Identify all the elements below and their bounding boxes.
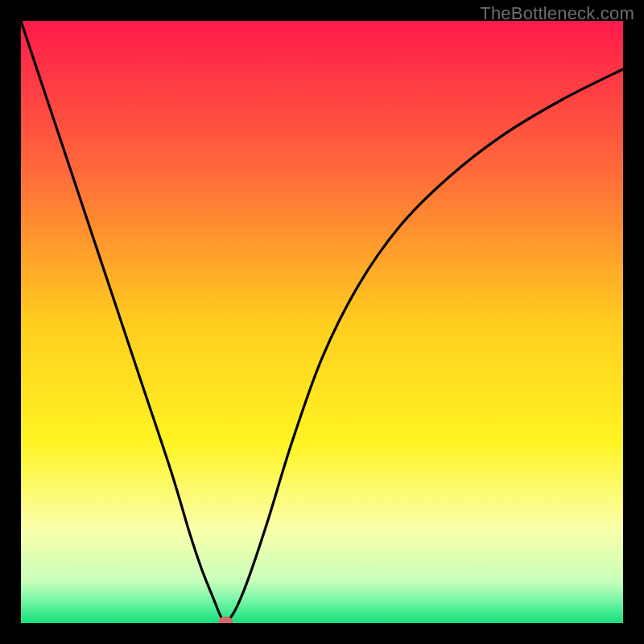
- watermark-text: TheBottleneck.com: [480, 3, 634, 24]
- bottleneck-chart: [21, 21, 623, 623]
- plot-frame: [21, 21, 623, 623]
- chart-background: [21, 21, 623, 623]
